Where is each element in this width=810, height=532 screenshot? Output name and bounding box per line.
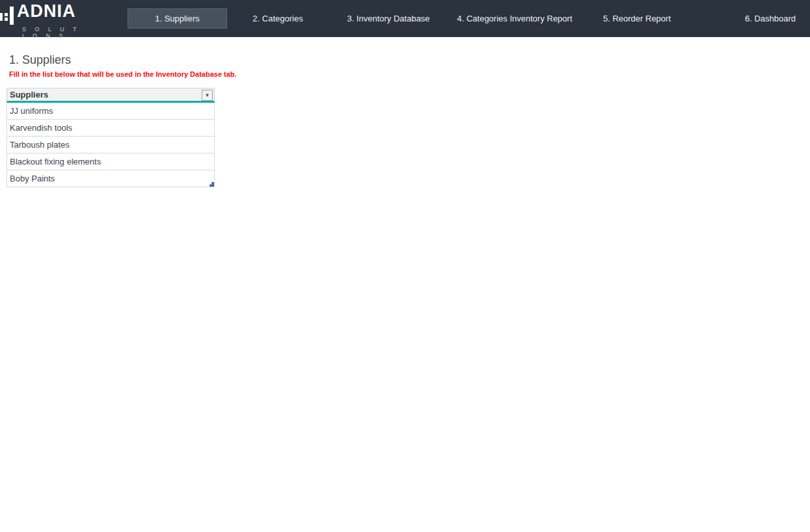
table-row[interactable]: Karvendish tools: [7, 120, 215, 137]
suppliers-table: Suppliers ▼ JJ uniforms Karvendish tools…: [7, 88, 215, 187]
tab-dashboard[interactable]: 6. Dashboard: [745, 0, 796, 37]
suppliers-table-header[interactable]: Suppliers ▼: [7, 88, 215, 103]
tab-reorder-report[interactable]: 5. Reorder Report: [603, 0, 671, 37]
brand-name: ADNIA: [17, 1, 76, 21]
brand-subtitle: S O L U T I O N S: [22, 26, 88, 39]
tab-categories-inventory-report-label: 4. Categories Inventory Report: [457, 14, 572, 23]
tab-inventory-database[interactable]: 3. Inventory Database: [347, 0, 429, 37]
tab-suppliers[interactable]: 1. Suppliers: [128, 8, 227, 29]
page-title: 1. Suppliers: [9, 53, 71, 67]
table-row[interactable]: Boby Paints: [7, 170, 215, 187]
tab-reorder-report-label: 5. Reorder Report: [603, 14, 671, 23]
filter-dropdown-icon: ▼: [205, 93, 210, 98]
tab-categories-label: 2. Categories: [252, 14, 303, 23]
tab-suppliers-label: 1. Suppliers: [155, 14, 200, 23]
brand-logo: ADNIA S O L U T I O N S: [0, 0, 88, 37]
top-navbar: ADNIA S O L U T I O N S 1. Suppliers 2. …: [0, 0, 810, 37]
table-row[interactable]: Tarboush plates: [7, 137, 215, 153]
page-instruction-note: Fill in the list below that will be used…: [9, 70, 237, 78]
tab-dashboard-label: 6. Dashboard: [745, 14, 796, 23]
table-row[interactable]: Blackout fixing elements: [7, 153, 215, 170]
suppliers-header-label: Suppliers: [7, 90, 48, 100]
filter-dropdown-button[interactable]: ▼: [202, 90, 213, 101]
brand-logo-icon: [0, 6, 17, 29]
tab-inventory-database-label: 3. Inventory Database: [347, 14, 429, 23]
tab-categories-inventory-report[interactable]: 4. Categories Inventory Report: [457, 0, 572, 37]
tab-categories[interactable]: 2. Categories: [252, 0, 303, 37]
table-row[interactable]: JJ uniforms: [7, 103, 215, 120]
